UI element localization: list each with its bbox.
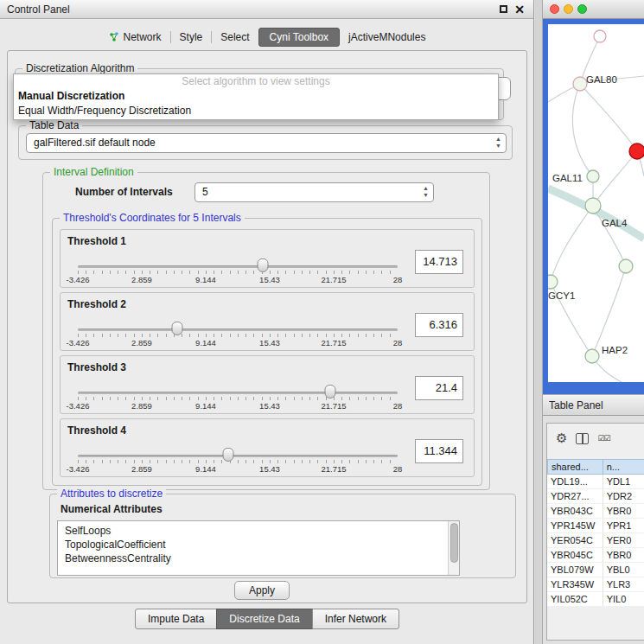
list-item[interactable]: TopologicalCoefficient bbox=[58, 538, 459, 552]
tab-discretize-data[interactable]: Discretize Data bbox=[216, 609, 312, 629]
algorithm-group-title: Discretization Algorithm bbox=[22, 62, 137, 74]
table-cell[interactable]: YER054C bbox=[547, 533, 603, 547]
table-row[interactable]: YDL19...YDL1 bbox=[547, 475, 644, 489]
tick-label: 9.144 bbox=[195, 401, 216, 411]
tab-jactivemodules[interactable]: jActiveMNodules bbox=[340, 28, 434, 47]
tab-network[interactable]: Network bbox=[100, 28, 170, 47]
table-row[interactable]: YBR043CYBR0 bbox=[547, 504, 644, 519]
tab-select-label: Select bbox=[220, 31, 249, 43]
table-cell[interactable]: YDL1 bbox=[603, 475, 644, 488]
table-cell[interactable]: YDL19... bbox=[547, 475, 603, 488]
apply-button[interactable]: Apply bbox=[234, 581, 290, 600]
network-view-frame: GAL80 GAL11 GAL4 GCY1 HAP2 bbox=[543, 19, 644, 394]
table-data-combobox[interactable]: galFiltered.sif default node ▲▼ bbox=[26, 133, 507, 153]
gear-icon[interactable]: ⚙ bbox=[556, 430, 567, 446]
tab-select[interactable]: Select bbox=[212, 28, 258, 47]
table-cell[interactable]: YPR1 bbox=[603, 519, 644, 532]
table-cell[interactable]: YDR27... bbox=[547, 489, 603, 503]
table-row[interactable]: YBL079WYBL0 bbox=[547, 563, 644, 577]
column-header[interactable]: n... bbox=[603, 459, 644, 475]
dropdown-option-manual[interactable]: Manual Discretization bbox=[14, 89, 498, 104]
tick-label: -3.426 bbox=[67, 338, 90, 348]
table-cell[interactable]: YER0 bbox=[603, 533, 644, 547]
network-window-titlebar bbox=[543, 0, 644, 19]
slider-thumb[interactable] bbox=[222, 448, 233, 462]
tick-label: 2.859 bbox=[131, 401, 152, 411]
scrollbar-thumb[interactable] bbox=[450, 523, 458, 563]
node-label[interactable]: GAL11 bbox=[552, 173, 583, 183]
close-icon[interactable]: ✕ bbox=[514, 3, 525, 16]
list-scrollbar[interactable] bbox=[448, 521, 459, 575]
threshold-1-label: Threshold 1 bbox=[67, 235, 126, 247]
interval-definition-title: Interval Definition bbox=[50, 166, 137, 178]
tick-label: 9.144 bbox=[195, 338, 216, 348]
columns-icon[interactable] bbox=[576, 433, 589, 444]
network-canvas[interactable]: GAL80 GAL11 GAL4 GCY1 HAP2 bbox=[548, 24, 644, 382]
tick-label: 28 bbox=[393, 401, 403, 411]
table-cell[interactable]: YBR0 bbox=[603, 548, 644, 562]
column-header[interactable]: shared... bbox=[547, 459, 603, 475]
node-label[interactable]: GAL80 bbox=[586, 74, 617, 85]
slider-track bbox=[78, 392, 398, 394]
table-cell[interactable]: YBR045C bbox=[547, 548, 603, 562]
dropdown-option-equal-width[interactable]: Equal Width/Frequency Discretization bbox=[14, 104, 498, 118]
slider-tick-labels: -3.4262.8599.14415.4321.71528 bbox=[78, 401, 398, 411]
tab-jactivemodules-label: jActiveMNodules bbox=[348, 31, 425, 43]
table-row[interactable]: YLR345WYLR3 bbox=[547, 577, 644, 592]
tick-label: -3.426 bbox=[67, 464, 90, 474]
table-cell[interactable]: YBL0 bbox=[603, 563, 644, 577]
threshold-4-value-field[interactable]: 11.344 bbox=[415, 439, 463, 463]
table-data-value: galFiltered.sif default node bbox=[34, 137, 156, 149]
table-cell[interactable]: YIL052C bbox=[547, 592, 603, 606]
thresholds-group: Threshold's Coordinates for 5 Intervals … bbox=[52, 218, 482, 486]
threshold-3-value-field[interactable]: 21.4 bbox=[415, 376, 463, 400]
table-header-row: shared... n... bbox=[547, 459, 644, 475]
float-window-icon[interactable] bbox=[500, 5, 507, 13]
numerical-attributes-list[interactable]: SelfLoops TopologicalCoefficient Between… bbox=[57, 520, 460, 576]
table-cell[interactable]: YPR145W bbox=[547, 519, 603, 532]
node-label[interactable]: HAP2 bbox=[602, 345, 628, 355]
tick-label: 28 bbox=[393, 338, 403, 348]
number-of-intervals-spinner[interactable]: 5 ▲▼ bbox=[194, 182, 434, 202]
table-cell[interactable]: YLR3 bbox=[603, 577, 644, 591]
table-row[interactable]: YIL052CYIL0 bbox=[547, 592, 644, 607]
table-row[interactable]: YDR27...YDR2 bbox=[547, 489, 644, 504]
threshold-1-panel: Threshold 1 -3.4262.8599.14415.4321.7152… bbox=[60, 229, 475, 288]
node-table: shared... n... YDL19...YDL1 YDR27...YDR2… bbox=[547, 459, 644, 607]
tab-impute-data[interactable]: Impute Data bbox=[135, 609, 217, 629]
tab-infer-network[interactable]: Infer Network bbox=[312, 609, 399, 629]
table-cell[interactable]: YBR0 bbox=[603, 504, 644, 518]
slider-thumb[interactable] bbox=[257, 258, 268, 272]
tab-style[interactable]: Style bbox=[171, 28, 212, 47]
panel-divider[interactable] bbox=[535, 0, 543, 644]
algorithm-placeholder: Select algorithm to view settings bbox=[14, 74, 498, 89]
node-label[interactable]: GCY1 bbox=[548, 290, 575, 301]
minimize-traffic-light[interactable] bbox=[564, 4, 573, 14]
table-panel-title: Table Panel bbox=[549, 399, 603, 411]
list-item[interactable]: BetweennessCentrality bbox=[58, 552, 459, 565]
table-cell[interactable]: YDR2 bbox=[603, 489, 644, 503]
tab-cyni-toolbox[interactable]: Cyni Toolbox bbox=[258, 28, 340, 47]
threshold-1-value-field[interactable]: 14.713 bbox=[415, 250, 463, 274]
table-cell[interactable]: YBR043C bbox=[547, 504, 603, 518]
threshold-3-panel: Threshold 3 -3.4262.8599.14415.4321.7152… bbox=[60, 355, 475, 414]
control-panel-titlebar: Control Panel ✕ bbox=[0, 0, 533, 19]
table-row[interactable]: YER054CYER0 bbox=[547, 533, 644, 548]
slider-tick-labels: -3.4262.8599.14415.4321.71528 bbox=[78, 338, 398, 348]
list-item[interactable]: SelfLoops bbox=[58, 524, 459, 538]
slider-thumb[interactable] bbox=[171, 322, 182, 335]
table-cell[interactable]: YIL0 bbox=[603, 592, 644, 606]
select-columns-icon[interactable]: ☑☑ bbox=[597, 434, 609, 443]
slider-thumb[interactable] bbox=[325, 385, 336, 399]
slider-tick-labels: -3.4262.8599.14415.4321.71528 bbox=[78, 275, 398, 284]
table-row[interactable]: YPR145WYPR1 bbox=[547, 519, 644, 533]
threshold-2-value-field[interactable]: 6.316 bbox=[415, 313, 463, 337]
threshold-4-panel: Threshold 4 -3.4262.8599.14415.4321.7152… bbox=[60, 418, 475, 477]
table-row[interactable]: YBR045CYBR0 bbox=[547, 548, 644, 563]
table-cell[interactable]: YLR345W bbox=[547, 577, 603, 591]
close-traffic-light[interactable] bbox=[550, 4, 559, 14]
zoom-traffic-light[interactable] bbox=[577, 4, 587, 14]
tick-label: -3.426 bbox=[67, 275, 90, 284]
node-label[interactable]: GAL4 bbox=[602, 218, 627, 228]
table-cell[interactable]: YBL079W bbox=[547, 563, 603, 577]
